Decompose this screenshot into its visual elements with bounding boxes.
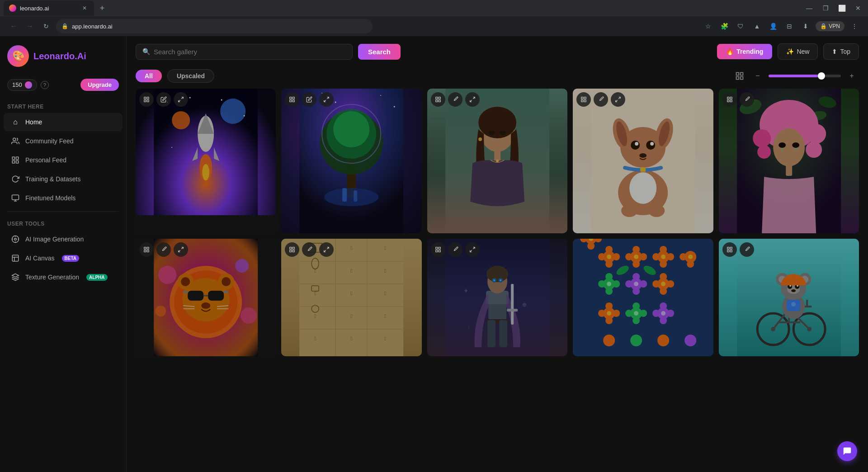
help-icon[interactable]: ? (41, 81, 49, 89)
grid-view-icon[interactable] (732, 69, 747, 83)
browser-chrome: leonardo.ai ✕ + — ❐ ⬜ ✕ ← → ↻ 🔒 app.leon… (0, 0, 868, 36)
back-button[interactable]: ← (7, 20, 20, 33)
triangle-icon[interactable]: ▲ (750, 20, 763, 33)
item-grid-btn[interactable] (285, 92, 299, 107)
search-input[interactable] (154, 48, 346, 56)
training-icon (11, 175, 20, 184)
url-bar[interactable]: 🔒 app.leonardo.ai (56, 19, 373, 33)
sidebar-item-texture[interactable]: Texture Generation ALPHA (4, 268, 123, 286)
search-button[interactable]: Search (358, 44, 401, 60)
new-button[interactable]: ✨ New (778, 43, 818, 60)
sidebar-item-finetuned[interactable]: Finetuned Models (4, 189, 123, 207)
item-grid-btn[interactable] (576, 92, 591, 107)
svg-point-7 (14, 238, 17, 241)
item-expand-btn[interactable] (611, 92, 625, 107)
sidebar-item-home-label: Home (25, 118, 42, 126)
item-expand-btn[interactable] (174, 242, 188, 257)
zoom-in-icon[interactable]: + (844, 69, 859, 83)
svg-line-92 (618, 97, 620, 99)
item-edit-btn[interactable] (740, 242, 754, 257)
address-bar: ← → ↻ 🔒 app.leonardo.ai ☆ 🧩 🛡 ▲ 👤 ⊟ ⬇ 🔒 … (0, 16, 868, 36)
download-icon[interactable]: ⬇ (799, 20, 812, 33)
gallery-item-lion[interactable] (136, 239, 276, 356)
item-edit-btn[interactable] (156, 92, 171, 107)
item-grid-btn[interactable] (722, 92, 737, 107)
gallery-item-rocket[interactable] (136, 89, 276, 233)
item-expand-btn[interactable] (319, 92, 334, 107)
item-overlay (136, 89, 276, 233)
gallery-item-warrior[interactable]: ✦ ⊕ ⟨ (427, 239, 567, 356)
vpn-icon: 🔒 (820, 23, 827, 29)
search-box[interactable]: 🔍 (136, 44, 353, 60)
top-button[interactable]: ⬆ Top (823, 43, 859, 60)
item-grid-btn[interactable] (431, 92, 445, 107)
maximize-button[interactable]: ⬜ (835, 2, 848, 14)
zoom-slider-thumb[interactable] (818, 72, 825, 80)
lock-icon: 🔒 (61, 23, 68, 29)
sidebar-divider (7, 211, 119, 212)
item-edit-btn[interactable] (740, 92, 754, 107)
item-expand-btn[interactable] (319, 242, 334, 257)
active-tab[interactable]: leonardo.ai ✕ (4, 0, 94, 16)
sidebar-item-ai-canvas[interactable]: AI Canvas BETA (4, 249, 123, 267)
tab-all[interactable]: All (136, 70, 162, 82)
ai-image-icon (11, 235, 20, 244)
reload-button[interactable]: ↻ (40, 20, 52, 33)
trending-button[interactable]: 🔥 Trending (717, 44, 772, 59)
item-grid-btn[interactable] (139, 92, 154, 107)
profile-icon[interactable]: 👤 (767, 20, 779, 33)
sidebar-item-community-feed[interactable]: Community Feed (4, 132, 123, 150)
item-grid-btn[interactable] (722, 242, 737, 257)
tab-close-button[interactable]: ✕ (80, 4, 89, 12)
chat-bubble-button[interactable] (837, 441, 857, 461)
forward-button[interactable]: → (24, 20, 36, 33)
item-expand-btn[interactable] (174, 92, 188, 107)
shield-icon[interactable]: 🛡 (734, 20, 747, 33)
item-edit-btn[interactable] (156, 242, 171, 257)
item-grid-btn[interactable] (285, 242, 299, 257)
extensions-icon[interactable]: 🧩 (718, 20, 731, 33)
svg-rect-54 (290, 100, 292, 102)
item-expand-btn[interactable] (465, 92, 480, 107)
item-expand-btn[interactable] (465, 242, 480, 257)
gallery-item-koala[interactable] (719, 239, 859, 356)
svg-rect-137 (144, 250, 146, 252)
gallery-item-dog[interactable] (573, 89, 713, 233)
bookmark-icon[interactable]: ☆ (702, 20, 714, 33)
filter-tabs: All Upscaled − + (127, 67, 868, 89)
sidebar-item-training[interactable]: Training & Datasets (4, 170, 123, 188)
item-edit-btn[interactable] (302, 92, 316, 107)
sidebar-item-ai-image[interactable]: AI Image Generation (4, 230, 123, 248)
sidebar-icon[interactable]: ⊟ (783, 20, 796, 33)
zoom-out-icon[interactable]: − (750, 69, 765, 83)
item-edit-btn[interactable] (302, 242, 316, 257)
svg-rect-12 (12, 255, 19, 261)
gallery-item-woman[interactable] (427, 89, 567, 233)
close-button[interactable]: ✕ (852, 2, 864, 14)
window-controls: — ❐ ⬜ ✕ (803, 2, 864, 14)
svg-rect-193 (439, 250, 440, 252)
zoom-slider[interactable] (769, 75, 841, 77)
item-edit-btn[interactable] (594, 92, 608, 107)
gallery-item-tree[interactable] (281, 89, 421, 233)
upgrade-button[interactable]: Upgrade (80, 79, 119, 91)
item-actions (431, 92, 480, 107)
vpn-button[interactable]: 🔒 VPN (816, 21, 844, 31)
item-grid-btn[interactable] (431, 242, 445, 257)
gallery-item-hieroglyphs[interactable]: 𓂀 𓅓 𓆣 𓇋 𓈖 𓉐 𓊹 𓋴 𓌀 𓍿 𓎡 𓏏 𓐍 𓀀 (281, 239, 421, 356)
item-edit-btn[interactable] (448, 242, 462, 257)
item-edit-btn[interactable] (448, 92, 462, 107)
svg-line-194 (473, 247, 475, 249)
gallery-item-flowers[interactable] (573, 239, 713, 356)
minimize-button[interactable]: — (803, 2, 816, 14)
tab-upscaled[interactable]: Upscaled (167, 69, 214, 83)
new-tab-button[interactable]: + (96, 2, 108, 14)
item-grid-btn[interactable] (139, 242, 154, 257)
logo-avatar: 🎨 (7, 45, 29, 67)
restore-button[interactable]: ❐ (819, 2, 832, 14)
gallery-item-pinkwomen[interactable] (719, 89, 859, 233)
sidebar-item-personal-feed[interactable]: Personal Feed (4, 151, 123, 169)
home-icon: ⌂ (11, 118, 20, 127)
sidebar-item-home[interactable]: ⌂ Home (4, 113, 123, 131)
menu-icon[interactable]: ⋮ (848, 20, 861, 33)
